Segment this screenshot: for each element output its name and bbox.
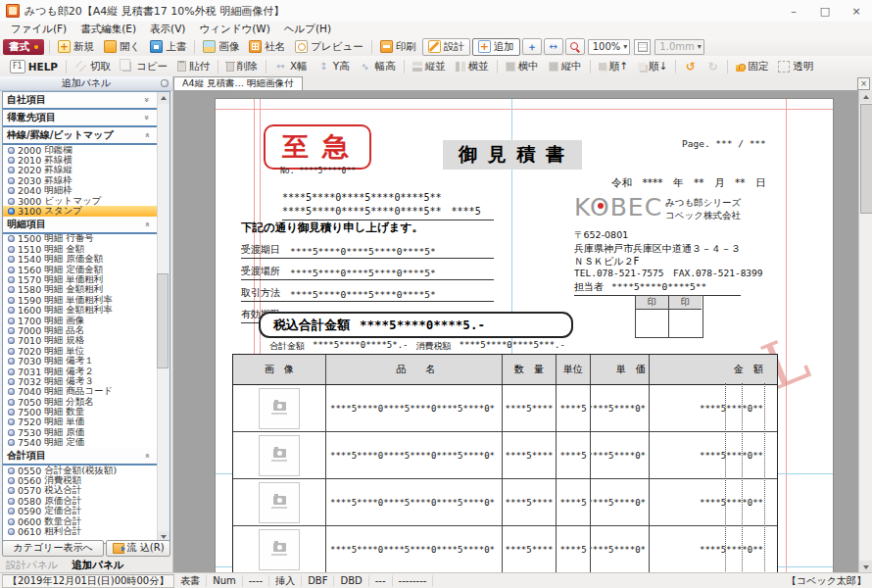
zoom-button[interactable] [565, 38, 585, 55]
minimize-button[interactable]: – [778, 0, 809, 22]
preview-button[interactable]: プレビュー [290, 39, 367, 55]
add-mode-button[interactable]: 追加 [472, 38, 520, 56]
term-row[interactable]: 受渡期日 ****5****0****5****0****5* [241, 237, 494, 259]
panel-tab[interactable]: 設計パネル [6, 559, 58, 572]
total-amount-box[interactable]: 税込合計金額 ****5****0****5.- [259, 312, 573, 338]
page-number-field[interactable]: Page. *** / *** [682, 138, 766, 149]
greeting-text[interactable]: 下記の通り御見積り申し上げます。 [241, 220, 423, 235]
transparent-button[interactable]: 透明 [773, 59, 818, 74]
seal-header: 印 [636, 296, 669, 310]
copy-button[interactable]: コピー [116, 59, 172, 74]
vertical-center-button[interactable]: 縦中 [544, 59, 587, 74]
fit-page-button[interactable] [522, 38, 542, 55]
help-button[interactable]: F1HELP [5, 59, 63, 74]
maximize-button[interactable]: □ [809, 0, 841, 22]
scroll-up-icon[interactable] [158, 92, 170, 104]
vertical-align-button[interactable]: 縦並 [408, 59, 451, 74]
sidebar-item[interactable]: 2020罫線縦 [3, 166, 158, 175]
menu-item[interactable]: ヘルプ(H) [277, 23, 338, 36]
lock-button[interactable]: 固定 [731, 59, 773, 74]
company-logo-text[interactable]: みつも郎シリーズ コベック株式会社 [665, 196, 741, 221]
fit-width-button[interactable] [544, 38, 563, 55]
items-table[interactable]: 画 像 品 名 数 量 単位 単 価 金 額 ****5****0****5**… [232, 354, 778, 573]
table-row[interactable]: ****5****0****5****0****5****0* ****5***… [233, 385, 777, 432]
menu-item[interactable]: 書式編集(E) [73, 23, 143, 36]
urgent-stamp[interactable]: 至急 [264, 124, 371, 170]
document-scrollbar[interactable] [858, 90, 872, 573]
sidebar-scrollbar[interactable] [157, 92, 170, 543]
match-x-width-button[interactable]: X幅 [269, 59, 313, 74]
close-tab-icon[interactable]: × [857, 77, 870, 90]
document-tab[interactable]: A4縦 見積書… 明細画像付 [173, 76, 303, 90]
close-button[interactable]: × [841, 0, 872, 22]
scroll-up-icon[interactable] [859, 90, 872, 103]
zoom-select[interactable]: 100% [588, 39, 631, 55]
redo-button[interactable] [702, 59, 724, 74]
company-name-button[interactable]: 社名 [244, 39, 290, 55]
save-button[interactable]: 上書 [145, 39, 191, 55]
delete-button[interactable]: 削除 [221, 59, 263, 74]
sidebar-item[interactable]: 2010罫線横 [3, 155, 158, 165]
horizontal-center-button[interactable]: 横中 [501, 59, 544, 74]
sidebar-section-header[interactable]: 合計項目 [3, 448, 158, 466]
contact-person-field[interactable]: 担当者****5****0****5** [574, 280, 741, 296]
design-mode-button[interactable]: 設計 [422, 38, 470, 56]
sidebar-section-header[interactable]: 自社項目 [3, 92, 158, 110]
open-button[interactable]: 開く [99, 39, 145, 55]
subtotal-line[interactable]: 合計金額 ****5****0****5*.- 消費税額 ****5****0*… [269, 340, 565, 353]
grid-toggle-button[interactable] [634, 39, 651, 55]
no-image-label [271, 507, 287, 509]
table-row[interactable]: ****5****0****5****0****5****0* ****5***… [233, 526, 777, 573]
cut-button[interactable]: 切取 [70, 59, 116, 74]
sidebar-section-header[interactable]: 得意先項目 [3, 110, 158, 127]
sidebar-item[interactable]: 2030罫線枠 [3, 175, 158, 185]
customer-name-line1[interactable]: ****5****0****5****0****5** [282, 192, 442, 203]
table-row[interactable]: ****5****0****5****0****5****0* ****5***… [233, 479, 777, 526]
date-field[interactable]: 令和 **** 年 ** 月 ** 日 [611, 176, 766, 190]
match-width-height-button[interactable]: 幅高 [355, 59, 401, 74]
category-view-button[interactable]: カテゴリー表示へ [2, 540, 104, 557]
sidebar-item[interactable]: 7540明細 定価 [3, 438, 158, 448]
term-row[interactable]: 受渡場所 ****5****0****5****0****5* [241, 259, 494, 280]
term-row[interactable]: 取引方法 ****5****0****5****0****5* [241, 280, 494, 302]
image-button[interactable]: 画像 [198, 39, 244, 55]
scrollbar-thumb[interactable] [157, 273, 169, 368]
sidebar-section-header[interactable]: 枠線/罫線/ビットマップ [3, 127, 158, 145]
paste-button[interactable]: 貼付 [172, 59, 215, 74]
address-line1[interactable]: 兵庫県神戸市兵庫区中道通３－４－３ [574, 242, 741, 256]
pin-icon[interactable] [161, 79, 169, 87]
sidebar-item[interactable]: 2000印鑑欄 [3, 145, 158, 155]
table-row[interactable]: ****5****0****5****0****5****0* ****5***… [233, 432, 777, 479]
document-title[interactable]: 御 見 積 書 [443, 140, 582, 170]
postal-code[interactable]: 〒652-0801 [574, 229, 628, 242]
sidebar-section-header[interactable]: 明細項目 [3, 217, 158, 234]
design-canvas[interactable]: CONFIDENTIAL 至急 No. ****5****0** 御 見 積 書… [173, 90, 859, 573]
new-button[interactable]: 新規 [53, 39, 99, 55]
tel-fax[interactable]: TEL.078-521-7575 FAX.078-521-8399 [574, 268, 763, 280]
match-y-height-button[interactable]: Y高 [313, 59, 355, 74]
document-number-field[interactable]: No. ****5****0** [280, 167, 356, 175]
dotted-guide [742, 383, 743, 573]
horizontal-align-button[interactable]: 横並 [451, 59, 494, 74]
sidebar-item[interactable]: 0610粗利合計 [3, 526, 158, 536]
order-up-icon [599, 63, 606, 71]
menu-item[interactable]: ファイル(F) [4, 23, 73, 36]
company-logo[interactable]: KOBEC [574, 193, 662, 221]
order-up-button[interactable]: 順↑ [594, 59, 633, 74]
address-line2[interactable]: ＮＳＫビル２F [574, 255, 639, 269]
panel-tab[interactable]: 追加パネル [72, 559, 123, 572]
print-button[interactable]: 印刷 [375, 39, 421, 55]
load-button[interactable]: 流 込(R) [106, 540, 170, 557]
format-button[interactable]: 書式 [3, 39, 44, 55]
order-down-button[interactable]: 順↓ [633, 59, 672, 74]
bullet-icon [8, 187, 15, 194]
grid-size-select[interactable]: 1.0mm [654, 39, 703, 55]
scrollbar-thumb[interactable] [860, 104, 872, 214]
seal-table[interactable]: 印 印 [635, 295, 703, 338]
sidebar-item[interactable]: 3100スタンプ [3, 206, 158, 216]
cell-product-name: ****5****0****5****0****5****0* [326, 385, 503, 431]
menu-item[interactable]: ウィンドウ(W) [192, 23, 276, 36]
undo-button[interactable] [679, 59, 702, 74]
menu-item[interactable]: 表示(V) [143, 23, 192, 36]
customer-name-line2[interactable]: ****5****0****5****0****5** ****5 [282, 205, 494, 220]
